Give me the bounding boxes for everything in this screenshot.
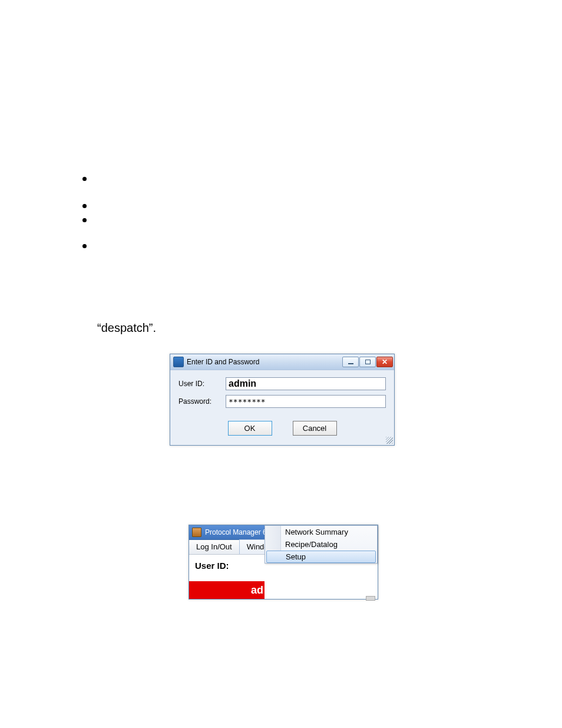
menu-item-setup[interactable]: Setup	[266, 551, 376, 563]
menu-item-recipe-datalog[interactable]: Recipe/Datalog	[265, 538, 377, 551]
scrollbar-handle[interactable]	[366, 596, 375, 601]
body-text: “despatch”.	[97, 321, 156, 335]
minimize-button[interactable]	[342, 357, 359, 367]
user-id-value: ad	[189, 581, 265, 599]
close-icon: ✕	[382, 358, 388, 365]
app-icon	[192, 528, 201, 537]
menu-item-network-summary[interactable]: Network Summary	[265, 526, 377, 538]
cancel-button[interactable]: Cancel	[293, 421, 337, 436]
bullet-icon	[82, 177, 87, 181]
user-id-label: User ID:	[189, 555, 257, 571]
maximize-button[interactable]	[359, 357, 376, 367]
dialog-body: User ID: Password: OK Cancel	[170, 370, 394, 445]
password-label: Password:	[178, 397, 226, 406]
bullet-icon	[82, 204, 87, 208]
window-title: Enter ID and Password	[187, 358, 342, 366]
maximize-icon	[365, 360, 371, 364]
title-bar[interactable]: Enter ID and Password ✕	[170, 354, 394, 370]
menu-log-in-out[interactable]: Log In/Out	[189, 540, 240, 554]
close-button[interactable]: ✕	[376, 357, 393, 367]
window-dropdown: Network Summary Recipe/Datalog Setup	[265, 525, 378, 564]
window-title: Protocol Manager 6.0	[205, 528, 273, 536]
ok-button[interactable]: OK	[228, 421, 272, 436]
content-area: User ID: ad Network Summary Recipe/Datal…	[189, 555, 378, 599]
user-id-field[interactable]	[226, 377, 386, 390]
user-id-label: User ID:	[178, 380, 226, 388]
login-dialog: Enter ID and Password ✕ User ID: Passwor…	[170, 354, 395, 446]
bullet-icon	[82, 218, 87, 222]
user-panel: User ID: ad	[189, 555, 257, 599]
bullet-icon	[82, 244, 87, 248]
minimize-icon	[348, 363, 353, 364]
resize-grip-icon[interactable]	[386, 437, 393, 444]
password-field[interactable]	[226, 395, 386, 408]
app-icon	[173, 357, 184, 367]
protocol-manager-window: Protocol Manager 6.0 Log In/Out Window H…	[189, 525, 378, 599]
